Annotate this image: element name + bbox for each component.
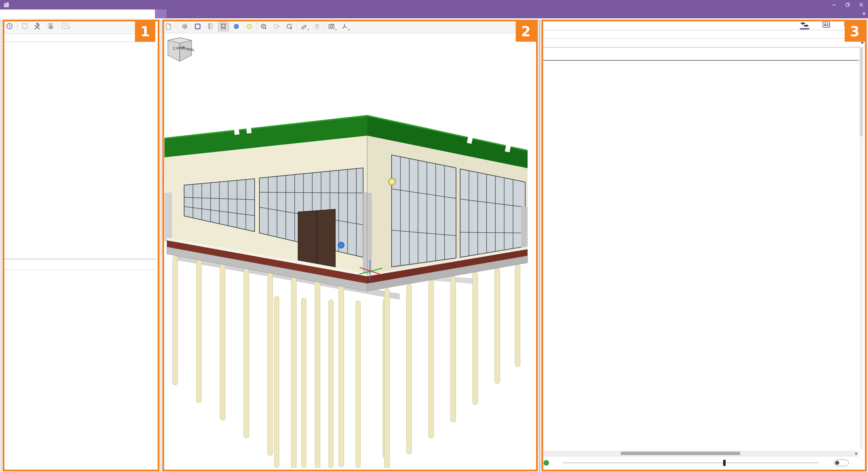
- properties-table: [3, 270, 156, 468]
- new-tab-button[interactable]: [155, 9, 166, 18]
- dropdown-arrow-icon: [348, 28, 350, 31]
- tab-bar: ▼: [0, 9, 868, 18]
- dropdown-arrow-icon: [335, 28, 337, 31]
- bookmark-icon[interactable]: [218, 21, 229, 32]
- timeline-months: [541, 47, 859, 54]
- filter-input[interactable]: [3, 33, 156, 42]
- panel-splitter[interactable]: [539, 20, 540, 471]
- maximize-button[interactable]: [841, 0, 854, 9]
- plans-label: [541, 30, 863, 39]
- time-slider-thumb[interactable]: [723, 460, 726, 466]
- gear-icon[interactable]: [179, 21, 191, 32]
- scroll-right-arrow-icon[interactable]: [855, 452, 857, 455]
- object-tree: [3, 42, 156, 259]
- structure-panel: [3, 20, 159, 471]
- section-box-icon[interactable]: [205, 21, 216, 32]
- blue-point-marker[interactable]: [338, 242, 344, 248]
- discussion-icon[interactable]: [841, 21, 855, 29]
- tab-project[interactable]: [0, 9, 155, 18]
- square-icon[interactable]: [19, 21, 30, 31]
- scrollbar-thumb[interactable]: [860, 48, 863, 136]
- snapshot-icon[interactable]: [326, 21, 337, 32]
- plan-selector[interactable]: [541, 39, 863, 47]
- minimize-icon: [832, 3, 836, 7]
- toolbar-separator: [17, 22, 17, 30]
- structure-toolbar: [3, 20, 156, 33]
- time-slider-track[interactable]: [563, 463, 819, 463]
- horizontal-scrollbar[interactable]: [541, 451, 859, 456]
- plan-toggle[interactable]: [834, 459, 849, 466]
- toolbar-separator: [256, 22, 257, 31]
- viewport-toolbar: [162, 20, 534, 33]
- add-box-icon[interactable]: [258, 21, 270, 32]
- close-icon: [859, 3, 863, 7]
- viewport-3d[interactable]: Слева Спереди: [162, 34, 534, 468]
- app-icon: [3, 2, 9, 8]
- gantt-chart[interactable]: [541, 61, 859, 450]
- yellow-point-marker[interactable]: [389, 178, 395, 185]
- measure-icon[interactable]: [298, 21, 310, 32]
- building-model[interactable]: [162, 47, 534, 468]
- blue-marker-icon[interactable]: [231, 21, 242, 32]
- trash-icon[interactable]: [311, 21, 323, 32]
- restore-icon: [846, 3, 850, 7]
- tree-props-splitter[interactable]: [3, 259, 156, 259]
- chevron-down-icon[interactable]: [861, 42, 864, 44]
- export-icon[interactable]: [271, 21, 282, 32]
- gantt-panel: A1: [541, 20, 867, 471]
- properties-tabs: [3, 260, 156, 270]
- yellow-marker-icon[interactable]: [243, 21, 255, 32]
- svg-text:A1: A1: [824, 23, 829, 27]
- history-clock-icon[interactable]: [4, 21, 15, 31]
- minimize-button[interactable]: [827, 0, 841, 9]
- visibility-list-icon[interactable]: [45, 21, 56, 31]
- a1-sheet-icon[interactable]: A1: [820, 21, 833, 29]
- title-bar: [0, 0, 868, 9]
- toggle-knob: [835, 461, 839, 465]
- select-region-icon[interactable]: [32, 21, 43, 31]
- scrollbar-thumb[interactable]: [621, 452, 740, 455]
- gantt-header-icons: A1: [541, 20, 863, 30]
- close-button[interactable]: [854, 0, 868, 9]
- timeline-days: [541, 54, 859, 61]
- add-box2-icon[interactable]: [284, 21, 295, 32]
- document-icon: [166, 23, 171, 29]
- toolbar-separator: [177, 22, 178, 31]
- zoom-buttons-row: [541, 431, 863, 441]
- frame-icon[interactable]: [192, 21, 203, 32]
- axes-icon[interactable]: [339, 21, 350, 32]
- toolbar-separator: [58, 22, 58, 30]
- collapse-arrow-icon[interactable]: ▼: [863, 12, 865, 16]
- toolbar-separator: [324, 22, 324, 31]
- model-viewport-panel: Слева Спереди: [162, 20, 538, 471]
- gantt-view-icon[interactable]: [798, 21, 811, 29]
- chart-icon[interactable]: [60, 21, 71, 31]
- open-model-button[interactable]: [164, 22, 176, 31]
- dropdown-arrow-icon: [307, 28, 310, 31]
- vertical-scrollbar[interactable]: [860, 47, 863, 450]
- toolbar-separator: [297, 22, 297, 31]
- gantt-bottom-bar: [541, 458, 863, 468]
- status-dot: [544, 460, 549, 466]
